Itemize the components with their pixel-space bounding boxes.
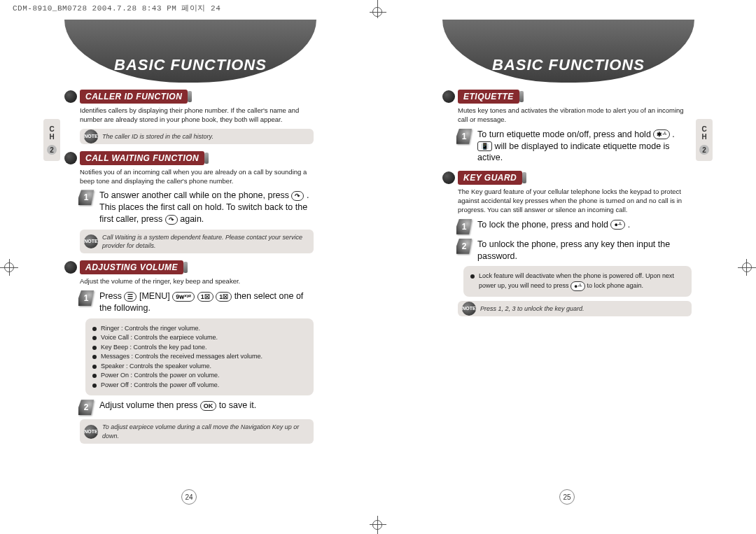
step-1: 1 To lock the phone, press and hold ●·ᴸ … [456, 219, 692, 234]
step-1: 1 Press ☰ [MENU] 9ᴡˣʸᶻ 1☒ 1☒ then select… [78, 290, 314, 314]
bullet-icon [442, 171, 455, 184]
step-1: 1 To answer another call while on the ph… [78, 190, 314, 225]
lock-key-icon: ●·ᴸ [570, 281, 585, 291]
send-key-icon: ↷ [165, 215, 178, 225]
section-call-waiting: CALL WAITING FUNCTION [64, 151, 314, 165]
title-banner: BASIC FUNCTIONS [442, 20, 694, 83]
star-key-icon: ✱·ᴸ [653, 129, 670, 139]
bullet-icon [64, 261, 77, 274]
send-key-icon: ↷ [291, 191, 304, 201]
vibrate-icon: 📳 [477, 141, 492, 151]
section-title: CALLER ID FUNCTION [80, 90, 188, 104]
note-call-waiting: NOTE Call Waiting is a system dependent … [80, 230, 314, 253]
step-1: 1 To turn etiquette mode on/off, press a… [456, 129, 692, 164]
list-item: Key Beep : Controls the key pad tone. [92, 343, 307, 353]
note-caller-id: NOTE The caller ID is stored in the call… [80, 129, 314, 144]
note-volume: NOTE To adjust earpiece volume during a … [80, 419, 314, 443]
bullet-icon [442, 90, 455, 103]
nine-key-icon: 9ᴡˣʸᶻ [172, 292, 195, 302]
menu-key-icon: ☰ [124, 292, 136, 302]
list-item: Voice Call : Controls the earpiece volum… [92, 333, 307, 343]
section-etiquette: ETIQUETTE [442, 90, 692, 104]
section-title: CALL WAITING FUNCTION [80, 151, 204, 165]
section-title: ADJUSTING VOLUME [80, 260, 183, 274]
chapter-tab-left: CH 2 [43, 119, 60, 161]
list-item: Speaker : Controls the speaker volume. [92, 362, 307, 372]
list-item: Lock feature will deactivate when the ph… [470, 272, 685, 291]
note-icon: NOTE [84, 234, 98, 248]
section-desc: Identifies callers by displaying their p… [80, 106, 314, 125]
section-desc: Adjust the volume of the ringer, key bee… [80, 277, 314, 286]
note-icon: NOTE [84, 425, 98, 439]
section-desc: The Key guard feature of your cellular t… [458, 188, 692, 214]
lock-info-box: Lock feature will deactivate when the ph… [463, 266, 692, 297]
step-2: 2 To unlock the phone, press any key the… [456, 239, 692, 262]
section-key-guard: KEY GUARD [442, 171, 692, 185]
chapter-tab-right: CH 2 [696, 119, 713, 161]
note-key-guard: NOTE Press 1, 2, 3 to unlock the key gua… [458, 301, 692, 316]
bullet-icon [64, 152, 77, 164]
bullet-icon [64, 90, 77, 103]
list-item: Power Off : Controls the power off volum… [92, 381, 307, 391]
ok-key-icon: OK [200, 401, 217, 411]
page-number: 25 [559, 489, 575, 505]
list-item: Messages : Controls the received message… [92, 352, 307, 362]
page-left: CH 2 BASIC FUNCTIONS CALLER ID FUNCTION … [0, 0, 378, 534]
page-right: CH 2 BASIC FUNCTIONS ETIQUETTE Mutes key… [378, 0, 756, 534]
note-icon: NOTE [84, 129, 98, 143]
note-icon: NOTE [462, 302, 476, 316]
lock-key-icon: ●·ᴸ [610, 220, 625, 230]
section-caller-id: CALLER ID FUNCTION [64, 90, 314, 104]
section-title: KEY GUARD [458, 171, 522, 185]
section-desc: Notifies you of an incoming call when yo… [80, 168, 314, 186]
list-item: Power On : Controls the power on volume. [92, 371, 307, 381]
page-spread: CH 2 BASIC FUNCTIONS CALLER ID FUNCTION … [0, 0, 756, 534]
one-key-icon: 1☒ [197, 292, 214, 302]
section-desc: Mutes key tones and activates the vibrat… [458, 106, 692, 125]
list-item: Ringer : Controls the ringer volume. [92, 324, 307, 334]
section-title: ETIQUETTE [458, 90, 519, 104]
one-key-icon: 1☒ [216, 292, 232, 302]
volume-bullet-list: Ringer : Controls the ringer volume. Voi… [85, 318, 314, 396]
section-adjusting-volume: ADJUSTING VOLUME [64, 260, 314, 274]
title-banner: BASIC FUNCTIONS [64, 20, 316, 83]
step-2: 2 Adjust volume then press OK to save it… [78, 400, 314, 415]
page-number: 24 [181, 489, 197, 505]
